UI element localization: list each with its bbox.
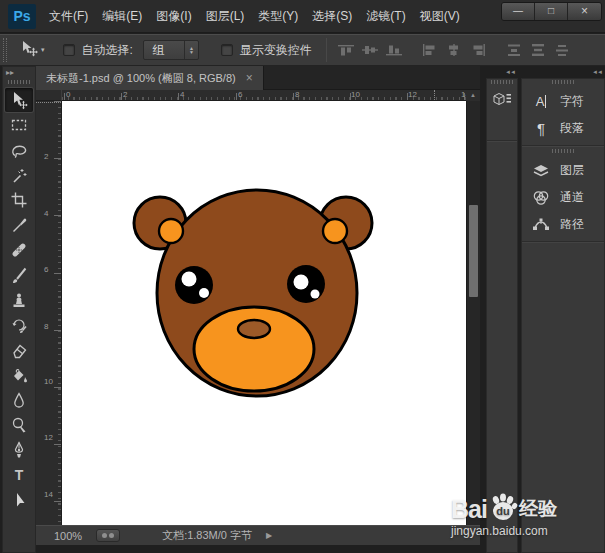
document-tab-title: 未标题-1.psd @ 100% (椭圆 8, RGB/8) [46,71,236,86]
collapse-panels-icon[interactable]: ◄◄ [486,66,518,78]
panel-button-layers[interactable]: 图层 [522,157,604,184]
panel-dock-narrow: ◄◄ [486,66,518,553]
lasso-icon [10,141,28,159]
align-bottom-edges-button[interactable] [382,39,406,61]
panel-button-character[interactable]: A 字符 [522,88,604,115]
align-left-edges-button[interactable] [418,39,442,61]
ruler-number: 2 [44,153,53,160]
menu-edit[interactable]: 编辑(E) [95,0,149,33]
maximize-button[interactable]: □ [535,3,568,20]
menu-select[interactable]: 选择(S) [305,0,359,33]
watermark-suffix: 经验 [519,496,557,522]
tool-magic-wand-button[interactable] [5,163,33,187]
menu-file[interactable]: 文件(F) [42,0,95,33]
ruler-number: 4 [44,210,53,217]
tool-dodge-button[interactable] [5,413,33,437]
menu-type[interactable]: 类型(Y) [251,0,305,33]
options-bar-grip[interactable] [3,38,7,62]
minimize-button[interactable]: — [502,3,535,20]
tool-blur-button[interactable] [5,388,33,412]
align-horizontal-centers-button[interactable] [442,39,466,61]
divider [522,241,604,243]
panel-grip[interactable] [8,80,30,84]
tool-lasso-button[interactable] [5,138,33,162]
tool-eyedropper-button[interactable] [5,213,33,237]
tool-rectangular-marquee-button[interactable] [5,113,33,137]
watermark-url: jingyan.baidu.com [451,524,605,538]
tool-clone-stamp-button[interactable] [5,288,33,312]
auto-select-checkbox[interactable] [63,44,75,56]
photoshop-logo: Ps [8,4,36,29]
panel-grip[interactable] [552,149,574,153]
panel-button-paragraph[interactable]: ¶ 段落 [522,115,604,142]
crop-icon [10,191,28,209]
align-vertical-centers-button[interactable] [358,39,382,61]
menu-view[interactable]: 视图(V) [413,0,467,33]
horizontal-ruler[interactable]: 0 2 4 6 8 10 12 14 [62,90,466,101]
tools-panel: ▸▸ [2,66,36,553]
show-transform-checkbox[interactable] [221,44,233,56]
watermark-du: du [496,505,509,517]
bear-right-inner-ear [323,219,347,243]
window-controls: — □ × [501,2,602,21]
collapse-panel-icon[interactable]: ▸▸ [3,67,35,79]
options-bar: ▾ 自动选择: 组 ▲▼ 显示变换控件 [0,34,605,66]
tab-close-icon[interactable]: × [246,71,253,85]
panel-button-paths[interactable]: 路径 [522,211,604,238]
panel-grip[interactable] [491,80,513,84]
align-right-edges-button[interactable] [466,39,490,61]
distribute-bottom-edges-button[interactable] [550,39,574,61]
distribute-top-edges-button[interactable] [502,39,526,61]
ruler-row: 0 2 4 6 8 10 12 14 ▲ [36,90,480,101]
status-icon[interactable] [96,529,120,542]
history-brush-icon [10,316,28,334]
eyedropper-icon [10,216,28,234]
status-menu-arrow[interactable]: ▶ [266,531,272,540]
panel-button-channels[interactable]: 通道 [522,184,604,211]
tool-move-button[interactable] [5,88,33,112]
tool-eraser-button[interactable] [5,338,33,362]
menu-layer[interactable]: 图层(L) [199,0,252,33]
zoom-level-field[interactable]: 100% [54,530,82,542]
menu-filter[interactable]: 滤镜(T) [359,0,412,33]
canvas[interactable] [62,101,466,525]
collapse-panels-icon[interactable]: ◄◄ [521,66,605,78]
vertical-ruler[interactable]: 2 4 6 8 10 12 14 [36,101,62,525]
distribute-vertical-centers-button[interactable] [526,39,550,61]
tool-path-selection-button[interactable] [5,488,33,512]
ruler-number: 12 [44,434,53,441]
channels-icon [531,190,551,206]
photoshop-window: Ps 文件(F) 编辑(E) 图像(I) 图层(L) 类型(Y) 选择(S) 滤… [0,0,605,553]
auto-select-dropdown[interactable]: 组 ▲▼ [143,40,199,60]
watermark-bai: Bai [451,495,487,524]
status-bar: 100% 文档:1.83M/0 字节 ▶ [36,525,480,545]
tool-preset-picker[interactable]: ▾ [20,40,45,60]
dodge-icon [10,416,28,434]
tool-pen-button[interactable] [5,438,33,462]
ruler-number: 10 [351,90,360,99]
menu-image[interactable]: 图像(I) [149,0,198,33]
tool-spot-healing-brush-button[interactable] [5,238,33,262]
tool-brush-button[interactable] [5,263,33,287]
tool-paint-bucket-button[interactable] [5,363,33,387]
materials-cube-icon[interactable] [489,88,515,110]
bear-nose [238,320,270,338]
panel-label: 通道 [560,189,584,206]
panel-grip[interactable] [552,80,574,84]
close-button[interactable]: × [568,3,601,20]
auto-select-label: 自动选择: [82,42,133,59]
scroll-up-arrow[interactable]: ▲ [466,90,480,101]
ruler-corner [36,90,62,101]
eye-highlight [294,275,309,290]
document-tab[interactable]: 未标题-1.psd @ 100% (椭圆 8, RGB/8) × [36,66,264,90]
tool-crop-button[interactable] [5,188,33,212]
ruler-number: 2 [123,90,127,99]
tool-type-button[interactable]: T [5,463,33,487]
vertical-scrollbar[interactable] [466,101,480,525]
ruler-number: 10 [44,378,53,385]
tool-history-brush-button[interactable] [5,313,33,337]
scrollbar-thumb[interactable] [469,205,478,297]
document-area: 未标题-1.psd @ 100% (椭圆 8, RGB/8) × 0 2 4 6… [36,66,480,545]
eye-highlight [199,288,209,298]
align-top-edges-button[interactable] [334,39,358,61]
